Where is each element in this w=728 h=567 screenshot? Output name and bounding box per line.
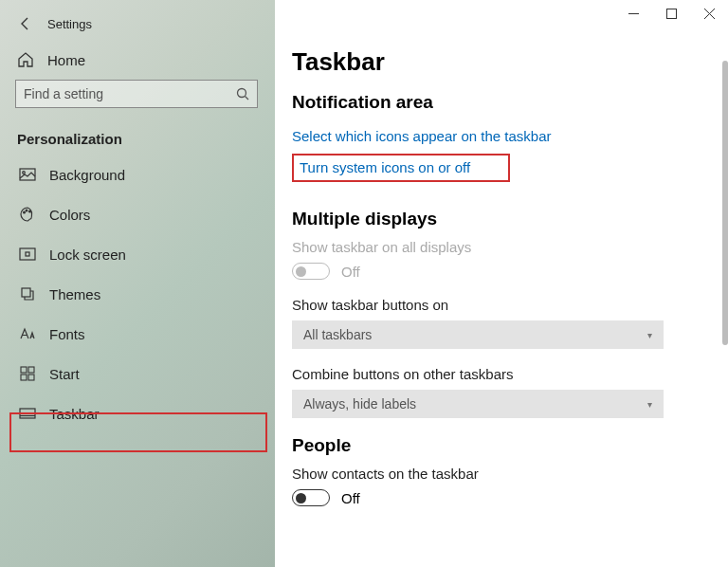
search-icon [236, 87, 249, 101]
sidebar-nav: Background Colors Lock screen Themes [0, 155, 275, 433]
sidebar-item-start[interactable]: Start [0, 354, 275, 393]
sidebar-item-label: Taskbar [49, 406, 100, 422]
themes-icon [19, 285, 36, 302]
svg-point-2 [23, 172, 26, 174]
svg-rect-16 [666, 9, 676, 18]
svg-point-5 [29, 210, 31, 212]
svg-rect-11 [21, 375, 27, 380]
picture-icon [19, 166, 36, 183]
window-controls [614, 0, 728, 27]
toggle-show-contacts[interactable] [292, 489, 330, 506]
link-system-icons[interactable]: Turn system icons on or off [300, 159, 470, 175]
sidebar-item-label: Start [49, 366, 80, 382]
dropdown-value: All taskbars [303, 327, 372, 342]
home-label: Home [47, 52, 85, 68]
fonts-icon [19, 325, 36, 342]
label-combine-buttons: Combine buttons on other taskbars [292, 366, 722, 382]
svg-rect-6 [20, 248, 35, 260]
dropdown-taskbar-buttons-on[interactable]: All taskbars ▾ [292, 320, 664, 349]
page-title: Taskbar [292, 47, 722, 77]
sidebar-item-label: Background [49, 167, 125, 183]
section-people: People [292, 435, 722, 456]
taskbar-icon [19, 405, 36, 422]
svg-rect-9 [21, 367, 27, 373]
home-icon [17, 51, 34, 68]
maximize-icon [666, 9, 677, 19]
toggle-show-all-displays [292, 263, 330, 280]
search-input[interactable] [24, 86, 236, 101]
label-show-contacts: Show contacts on the taskbar [292, 466, 722, 482]
svg-rect-12 [28, 375, 34, 380]
palette-icon [19, 206, 36, 223]
sidebar-item-fonts[interactable]: Fonts [0, 314, 275, 354]
sidebar-item-background[interactable]: Background [0, 155, 275, 194]
sidebar-section-title: Personalization [0, 118, 275, 155]
svg-point-4 [26, 210, 27, 211]
lock-screen-icon [19, 246, 36, 263]
arrow-left-icon [18, 16, 33, 31]
dropdown-value: Always, hide labels [303, 396, 416, 412]
content-pane: Taskbar Notification area Select which i… [275, 0, 728, 567]
maximize-button[interactable] [652, 0, 690, 27]
sidebar-item-lockscreen[interactable]: Lock screen [0, 234, 275, 274]
sidebar-item-label: Fonts [49, 326, 85, 342]
toggle-state-contacts: Off [341, 490, 360, 506]
dropdown-combine-buttons[interactable]: Always, hide labels ▾ [292, 390, 664, 418]
svg-rect-7 [26, 252, 29, 256]
link-select-icons[interactable]: Select which icons appear on the taskbar [292, 122, 552, 150]
sidebar-item-label: Lock screen [49, 247, 126, 263]
minimize-icon [628, 9, 639, 19]
sidebar: Settings Home Personalization Backgro [0, 0, 275, 567]
sidebar-item-home[interactable]: Home [0, 40, 275, 80]
start-icon [19, 365, 36, 382]
sidebar-item-label: Colors [49, 207, 90, 223]
chevron-down-icon: ▾ [647, 330, 652, 340]
label-show-all-displays: Show taskbar on all displays [292, 239, 722, 255]
svg-rect-10 [28, 367, 34, 373]
close-icon [704, 9, 715, 19]
sidebar-item-colors[interactable]: Colors [0, 194, 275, 234]
scrollbar-thumb[interactable] [722, 61, 728, 345]
svg-point-3 [24, 211, 26, 213]
chevron-down-icon: ▾ [647, 399, 652, 410]
sidebar-item-themes[interactable]: Themes [0, 274, 275, 314]
minimize-button[interactable] [614, 0, 652, 27]
back-button[interactable] [17, 15, 34, 32]
section-multiple-displays: Multiple displays [292, 209, 722, 229]
search-box[interactable] [15, 80, 258, 108]
sidebar-item-label: Themes [49, 286, 100, 302]
sidebar-item-taskbar[interactable]: Taskbar [0, 393, 275, 433]
svg-rect-13 [20, 409, 35, 418]
label-taskbar-buttons-on: Show taskbar buttons on [292, 297, 722, 313]
svg-rect-8 [22, 288, 30, 297]
section-notification-area: Notification area [292, 92, 722, 113]
app-title: Settings [47, 17, 92, 31]
close-button[interactable] [690, 0, 728, 27]
toggle-state-show-all: Off [341, 264, 360, 280]
svg-point-0 [238, 89, 246, 98]
link-system-icons-highlight: Turn system icons on or off [292, 154, 510, 182]
